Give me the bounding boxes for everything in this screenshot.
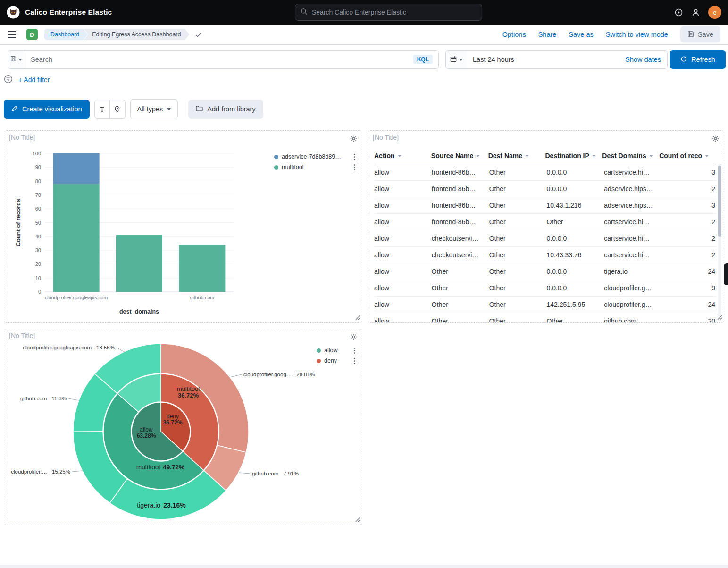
share-link[interactable]: Share	[538, 31, 557, 38]
table-cell: Other	[489, 202, 547, 209]
panel-settings-gear-icon[interactable]	[711, 134, 720, 144]
all-types-label: All types	[137, 105, 163, 113]
saved-query-menu-button[interactable]	[8, 50, 25, 69]
add-from-library-button[interactable]: Add from library	[188, 100, 263, 119]
save-as-link[interactable]: Save as	[569, 31, 593, 38]
kql-language-button[interactable]: KQL	[413, 55, 433, 64]
bar-segment-multitool[interactable]	[179, 245, 225, 292]
users-admin-icon[interactable]	[691, 8, 700, 17]
save-button[interactable]: Save	[680, 26, 720, 42]
table-cell: 0.0.0.0	[546, 284, 604, 292]
table-cell: adservice.hips…	[604, 185, 661, 193]
table-cell: frontend-86b…	[432, 185, 489, 193]
table-column-header-Action[interactable]: Action	[374, 152, 431, 160]
options-link[interactable]: Options	[502, 31, 526, 38]
legend-color-dot	[274, 165, 278, 170]
legend-actions-menu-icon[interactable]	[354, 350, 355, 351]
callout-line	[68, 398, 79, 400]
sort-caret-icon[interactable]	[398, 155, 402, 157]
panel-resize-handle[interactable]	[355, 516, 360, 524]
table-cell: 0.0.0.0	[546, 268, 604, 275]
collapsed-flyout-tab[interactable]	[724, 263, 728, 285]
legend-actions-menu-icon[interactable]	[354, 167, 355, 168]
sort-caret-icon[interactable]	[705, 155, 709, 157]
table-cell: allow	[374, 317, 432, 323]
add-from-library-label: Add from library	[207, 105, 255, 113]
time-range-picker[interactable]: Last 24 hours Show dates	[467, 50, 668, 69]
panel-resize-handle[interactable]	[717, 314, 722, 322]
breadcrumb-current-page: Editing Egress Access Dashboard	[84, 29, 189, 40]
refresh-button[interactable]: Refresh	[670, 50, 726, 69]
text-markdown-icon[interactable]	[94, 100, 110, 119]
legend-item-multitool[interactable]: multitool	[274, 162, 359, 172]
sort-caret-icon[interactable]	[592, 155, 596, 157]
table-cell: allow	[374, 185, 432, 193]
show-dates-link[interactable]: Show dates	[625, 56, 661, 63]
table-cell: 142.251.5.95	[546, 301, 604, 308]
table-column-header-Source Name[interactable]: Source Name	[431, 152, 488, 160]
breadcrumb-check-icon[interactable]	[195, 31, 202, 38]
floppy-icon	[10, 56, 17, 63]
time-range-value[interactable]: Last 24 hours	[473, 56, 514, 63]
sort-caret-icon[interactable]	[525, 155, 529, 157]
table-scrollbar-thumb[interactable]	[718, 166, 721, 237]
table-cell: frontend-86b…	[432, 169, 489, 176]
table-cell: 20	[661, 317, 716, 323]
sort-caret-icon[interactable]	[476, 155, 480, 157]
add-filter-link[interactable]: + Add filter	[18, 76, 50, 84]
search-icon	[301, 8, 308, 17]
horizontal-scrollbar[interactable]	[0, 565, 728, 568]
bar-segment-adservice-7d8b8d89…[interactable]	[53, 153, 100, 184]
user-avatar[interactable]: e	[708, 6, 721, 19]
y-tick-label: 100	[33, 151, 41, 156]
callout-label: cloudprofiler.googleapis.com13.56%	[23, 345, 115, 350]
table-cell: Other	[489, 169, 547, 176]
filter-sets-icon[interactable]	[4, 75, 13, 85]
create-visualization-button[interactable]: Create visualization	[4, 100, 90, 119]
panel-data-table[interactable]: [No Title] ActionSource NameDest NameDes…	[368, 130, 724, 323]
y-tick-label: 0	[38, 289, 41, 295]
refresh-button-label: Refresh	[691, 56, 715, 63]
bar-segment-multitool[interactable]	[116, 235, 162, 292]
legend-item-allow[interactable]: allow	[317, 345, 359, 356]
table-column-header-Dest Name[interactable]: Dest Name	[488, 152, 545, 160]
panel-settings-gear-icon[interactable]	[349, 134, 358, 144]
legend-actions-menu-icon[interactable]	[354, 156, 355, 158]
legend-item-deny[interactable]: deny	[317, 356, 359, 366]
table-column-header-Destination IP[interactable]: Destination IP	[545, 152, 602, 160]
menu-hamburger-icon[interactable]	[8, 31, 16, 38]
panel-settings-gear-icon[interactable]	[349, 332, 358, 343]
callout-line	[239, 473, 250, 474]
table-cell: Other	[489, 251, 547, 259]
panel-sunburst-chart[interactable]: [No Title] multitool36.72%deny36.72%allo…	[4, 329, 362, 525]
global-search-input[interactable]: Search Calico Enterprise Elastic	[295, 4, 482, 21]
panel-bar-chart[interactable]: [No Title] 0102030405060708090100cloudpr…	[4, 130, 362, 323]
all-types-dropdown[interactable]: All types	[130, 99, 178, 119]
table-column-header-Count of reco[interactable]: Count of reco	[659, 152, 716, 160]
records-table: ActionSource NameDest NameDestination IP…	[374, 148, 716, 323]
sunburst-chart[interactable]: multitool36.72%deny36.72%allow63.28%mult…	[4, 329, 362, 525]
table-cell: frontend-86b…	[432, 218, 489, 226]
table-row: allowOtherOtherOthergithub.com20	[374, 313, 716, 323]
legend-label: deny	[324, 357, 337, 364]
date-picker-calendar-button[interactable]	[445, 50, 467, 69]
sort-caret-icon[interactable]	[649, 155, 653, 157]
y-tick-label: 20	[35, 261, 41, 267]
caret-down-icon	[459, 59, 463, 61]
table-column-header-Dest Domains[interactable]: Dest Domains	[602, 152, 659, 160]
switch-to-view-mode-link[interactable]: Switch to view mode	[606, 31, 668, 38]
app-logo[interactable]	[7, 6, 20, 19]
legend-actions-menu-icon[interactable]	[354, 360, 355, 362]
map-pin-icon[interactable]	[110, 100, 126, 119]
table-row: allowfrontend-86b…Other0.0.0.0cartservic…	[374, 164, 716, 181]
breadcrumb-dashboard[interactable]: Dashboard	[44, 29, 88, 40]
callout-label: cloudprofiler.goog…28.81%	[243, 372, 315, 377]
bar-segment-multitool[interactable]	[53, 184, 100, 292]
table-cell: Other	[432, 317, 489, 323]
legend-item-adservice-7d8b8d89…[interactable]: adservice-7d8b8d89…	[274, 152, 359, 162]
help-icon[interactable]	[674, 8, 683, 17]
query-search-input[interactable]: Search KQL	[25, 50, 439, 69]
dashboard-app-badge[interactable]: D	[26, 29, 38, 40]
panel-resize-handle[interactable]	[355, 314, 360, 322]
refresh-icon	[680, 56, 687, 64]
